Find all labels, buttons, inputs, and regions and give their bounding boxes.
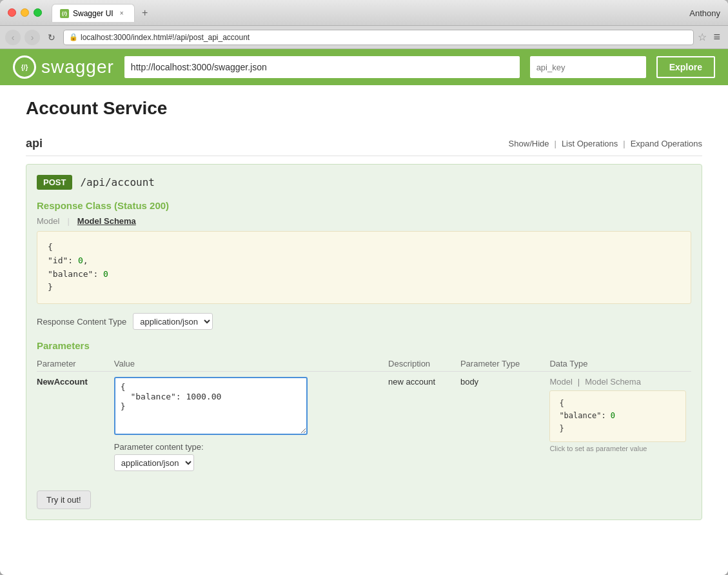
json-line-3: "balance": 0 xyxy=(48,268,680,281)
menu-button[interactable]: ≡ xyxy=(711,30,723,44)
try-it-out-button[interactable]: Try it out! xyxy=(37,490,91,509)
param-description: new account xyxy=(388,372,460,477)
model-schema-tab[interactable]: Model Schema xyxy=(77,216,136,226)
response-json-block: { "id": 0, "balance": 0 } xyxy=(37,231,691,304)
swagger-icon-text: {/} xyxy=(21,64,28,71)
swagger-url-input[interactable] xyxy=(124,56,520,78)
api-section: api Show/Hide | List Operations | Expand… xyxy=(26,132,702,520)
tab-bar: {/} Swagger UI × + xyxy=(52,4,154,22)
browser-window: {/} Swagger UI × + Anthony ‹ › ↻ 🔒 local… xyxy=(0,0,728,575)
api-actions: Show/Hide | List Operations | Expand Ope… xyxy=(509,139,702,148)
param-value-textarea[interactable]: {\n "balance": 1000.00\n} xyxy=(114,377,308,435)
schema-box: { "balance": 0 } xyxy=(549,390,686,442)
api-name: api xyxy=(26,137,43,150)
col-param-type: Parameter Type xyxy=(460,356,549,372)
traffic-lights xyxy=(8,8,42,17)
tab-close-button[interactable]: × xyxy=(117,9,126,18)
schema-hint[interactable]: Click to set as parameter value xyxy=(549,445,686,452)
api-header: api Show/Hide | List Operations | Expand… xyxy=(26,132,702,156)
operation-header: POST /api/account xyxy=(37,175,691,190)
browser-content: {/} swagger Explore Account Service api … xyxy=(0,49,728,575)
reload-button[interactable]: ↻ xyxy=(44,30,59,45)
col-parameter: Parameter xyxy=(37,356,114,372)
user-name: Anthony xyxy=(689,8,720,17)
swagger-logo: {/} swagger xyxy=(13,55,114,79)
expand-operations-link[interactable]: Expand Operations xyxy=(631,139,702,148)
address-text: localhost:3000/index.html#!/api/post_api… xyxy=(81,33,250,42)
swagger-header: {/} swagger Explore xyxy=(0,49,728,85)
param-name: NewAccount xyxy=(37,372,114,477)
tab-title: Swagger UI xyxy=(73,9,113,18)
endpoint-path: /api/account xyxy=(80,176,155,188)
close-button[interactable] xyxy=(8,8,16,17)
col-description: Description xyxy=(388,356,460,372)
model-tabs: Model | Model Schema xyxy=(37,216,691,226)
params-header-row: Parameter Value Description Parameter Ty… xyxy=(37,356,691,372)
params-table: Parameter Value Description Parameter Ty… xyxy=(37,356,691,476)
param-type: body xyxy=(460,372,549,477)
param-content-type-row: Parameter content type: application/json xyxy=(114,442,383,471)
operation-block: POST /api/account Response Class (Status… xyxy=(26,164,702,520)
data-type-schema-tab[interactable]: Model Schema xyxy=(585,377,641,387)
back-button[interactable]: ‹ xyxy=(5,30,21,45)
data-type-separator: | xyxy=(578,377,580,387)
json-line-1: { xyxy=(48,241,680,254)
model-tab[interactable]: Model xyxy=(37,216,59,226)
new-tab-button[interactable]: + xyxy=(136,4,154,22)
method-badge: POST xyxy=(37,175,72,190)
param-content-type-label: Parameter content type: xyxy=(114,442,383,452)
title-bar: {/} Swagger UI × + Anthony xyxy=(0,0,728,26)
table-row: NewAccount {\n "balance": 1000.00\n} Par… xyxy=(37,372,691,477)
forward-button[interactable]: › xyxy=(25,30,40,45)
response-class-title: Response Class (Status 200) xyxy=(37,200,691,211)
swagger-title: swagger xyxy=(41,57,114,77)
param-content-type-select[interactable]: application/json xyxy=(114,454,194,471)
page-content: Account Service api Show/Hide | List Ope… xyxy=(0,85,728,543)
tab-favicon: {/} xyxy=(60,9,69,18)
params-title: Parameters xyxy=(37,340,691,351)
swagger-icon: {/} xyxy=(13,55,36,79)
explore-button[interactable]: Explore xyxy=(656,56,715,78)
address-bar[interactable]: 🔒 localhost:3000/index.html#!/api/post_a… xyxy=(63,30,694,45)
col-value: Value xyxy=(114,356,388,372)
params-tbody: NewAccount {\n "balance": 1000.00\n} Par… xyxy=(37,372,691,477)
data-type-cell: Model | Model Schema { "balance": 0 } xyxy=(549,372,691,477)
list-operations-link[interactable]: List Operations xyxy=(562,139,618,148)
col-data-type: Data Type xyxy=(549,356,691,372)
json-line-4: } xyxy=(48,281,680,294)
params-thead: Parameter Value Description Parameter Ty… xyxy=(37,356,691,372)
json-line-2: "id": 0, xyxy=(48,254,680,268)
content-type-select[interactable]: application/json xyxy=(133,313,213,330)
maximize-button[interactable] xyxy=(34,8,42,17)
api-key-input[interactable] xyxy=(530,56,646,78)
separator-1: | xyxy=(554,139,556,148)
service-title: Account Service xyxy=(26,98,702,119)
nav-bar: ‹ › ↻ 🔒 localhost:3000/index.html#!/api/… xyxy=(0,26,728,49)
minimize-button[interactable] xyxy=(21,8,29,17)
address-icon: 🔒 xyxy=(69,33,78,41)
content-type-label: Response Content Type xyxy=(37,317,126,327)
active-tab[interactable]: {/} Swagger UI × xyxy=(52,4,135,22)
data-type-model-tab[interactable]: Model xyxy=(549,377,572,387)
data-type-model-tabs: Model | Model Schema xyxy=(549,377,686,387)
show-hide-link[interactable]: Show/Hide xyxy=(509,139,549,148)
content-type-row: Response Content Type application/json xyxy=(37,313,691,330)
separator-2: | xyxy=(623,139,625,148)
param-value-cell: {\n "balance": 1000.00\n} Parameter cont… xyxy=(114,372,388,477)
model-tab-separator: | xyxy=(67,216,69,226)
favicon-text: {/} xyxy=(62,10,67,16)
bookmark-button[interactable]: ☆ xyxy=(698,31,707,43)
